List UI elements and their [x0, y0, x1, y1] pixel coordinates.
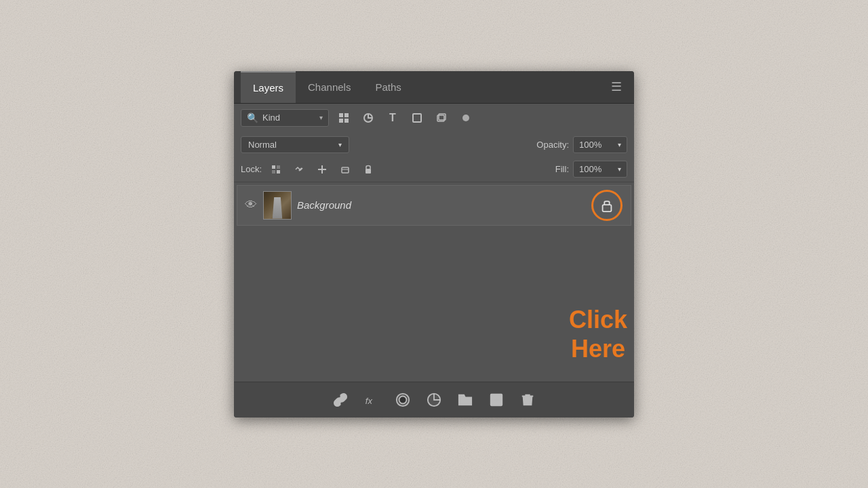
- new-group-button[interactable]: [456, 390, 475, 409]
- svg-rect-2: [339, 119, 343, 123]
- svg-rect-8: [272, 165, 275, 169]
- svg-rect-5: [413, 114, 421, 122]
- layer-lock-icon[interactable]: [591, 190, 623, 221]
- layer-thumbnail: [263, 191, 292, 220]
- filter-adjustment-button[interactable]: [359, 110, 378, 126]
- add-mask-button[interactable]: [393, 390, 412, 409]
- lock-transparent-button[interactable]: [267, 161, 285, 178]
- lock-label: Lock:: [241, 164, 262, 174]
- chevron-down-icon: ▾: [319, 114, 323, 121]
- fill-chevron-icon: ▾: [618, 165, 621, 173]
- lock-pixels-button[interactable]: [290, 161, 308, 178]
- blend-mode-label: Normal: [248, 140, 277, 150]
- panel-menu-button[interactable]: ☰: [606, 74, 627, 100]
- layer-visibility-icon[interactable]: 👁: [244, 198, 258, 212]
- tab-channels[interactable]: Channels: [296, 72, 363, 102]
- fill-value: 100%: [579, 164, 601, 174]
- callout-area: Click Here: [234, 228, 634, 350]
- mode-dot-icon: [462, 115, 469, 121]
- svg-rect-9: [277, 165, 280, 169]
- link-layers-button[interactable]: [331, 390, 350, 409]
- filter-type-button[interactable]: T: [383, 110, 402, 126]
- opacity-group: Opacity: 100% ▾: [536, 136, 627, 153]
- tab-bar: Layers Channels Paths ☰: [234, 71, 634, 104]
- bottom-toolbar: fx: [234, 382, 634, 418]
- svg-rect-1: [344, 113, 349, 117]
- fill-dropdown[interactable]: 100% ▾: [573, 161, 627, 178]
- fx-button[interactable]: fx: [362, 390, 381, 409]
- layers-content: 👁 Background Click Here: [234, 185, 634, 382]
- layer-thumb-figure: [269, 197, 285, 219]
- svg-rect-13: [366, 169, 371, 174]
- filter-smart-button[interactable]: [432, 110, 451, 126]
- blend-opacity-row: Normal ▾ Opacity: 100% ▾: [234, 132, 634, 157]
- blend-chevron-icon: ▾: [338, 141, 342, 148]
- opacity-label: Opacity:: [536, 140, 569, 150]
- opacity-dropdown[interactable]: 100% ▾: [573, 136, 627, 153]
- search-icon: 🔍: [247, 113, 258, 123]
- svg-text:fx: fx: [366, 395, 373, 405]
- layer-name: Background: [297, 199, 586, 211]
- delete-layer-button[interactable]: [518, 390, 537, 409]
- tab-paths[interactable]: Paths: [363, 72, 413, 102]
- filter-mode-button[interactable]: [456, 110, 475, 126]
- layers-panel: Layers Channels Paths ☰ 🔍 Kind ▾ T: [234, 71, 634, 418]
- opacity-value: 100%: [579, 140, 601, 150]
- kind-dropdown[interactable]: 🔍 Kind ▾: [241, 109, 329, 127]
- filter-pixel-button[interactable]: [334, 110, 353, 126]
- svg-rect-12: [342, 167, 349, 173]
- lock-row: Lock: Fill: 100% ▾: [234, 157, 634, 182]
- svg-rect-11: [277, 170, 280, 174]
- svg-point-17: [399, 396, 407, 403]
- svg-rect-0: [339, 113, 343, 117]
- svg-rect-3: [344, 119, 349, 123]
- opacity-chevron-icon: ▾: [618, 141, 621, 148]
- kind-filter-row: 🔍 Kind ▾ T: [234, 104, 634, 132]
- click-here-label: Click Here: [569, 305, 627, 363]
- new-layer-button[interactable]: [487, 390, 506, 409]
- tab-layers[interactable]: Layers: [241, 71, 296, 103]
- lock-position-button[interactable]: [313, 161, 331, 178]
- adjustment-button[interactable]: [425, 390, 443, 409]
- filter-shape-button[interactable]: [408, 110, 427, 126]
- blend-mode-dropdown[interactable]: Normal ▾: [241, 136, 349, 153]
- svg-rect-10: [272, 170, 275, 174]
- lock-artboard-button[interactable]: [336, 161, 354, 178]
- lock-all-button[interactable]: [359, 161, 377, 178]
- layer-thumb-image: [264, 192, 291, 219]
- here-text: Here: [569, 334, 627, 363]
- kind-label: Kind: [262, 113, 280, 123]
- fill-label: Fill:: [555, 164, 569, 174]
- fill-group: Fill: 100% ▾: [555, 161, 627, 178]
- click-text: Click: [569, 305, 627, 334]
- background-layer-row[interactable]: 👁 Background: [237, 185, 631, 226]
- svg-rect-14: [603, 205, 612, 211]
